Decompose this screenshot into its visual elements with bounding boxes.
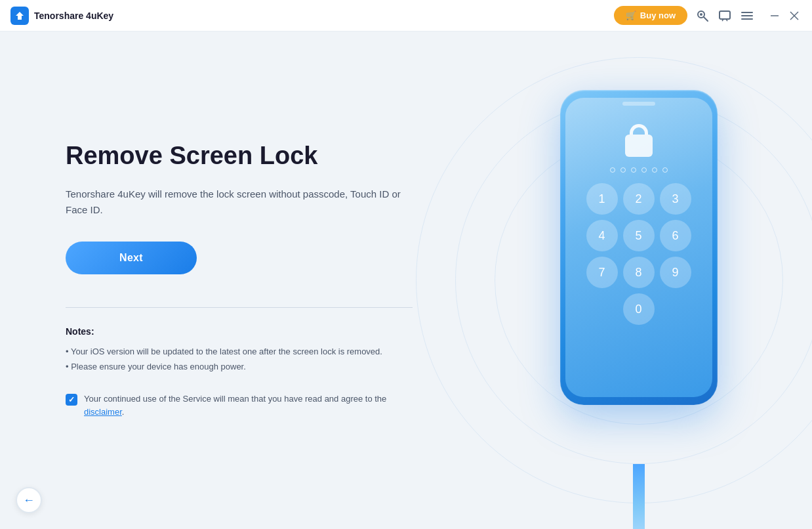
num-key-1[interactable]: 1 [586, 183, 618, 215]
main-content: Remove Screen Lock Tenorshare 4uKey will… [0, 32, 812, 529]
dot-1 [610, 167, 615, 173]
dot-2 [620, 167, 626, 173]
svg-point-2 [700, 13, 702, 16]
lock-illustration [625, 124, 653, 157]
dot-4 [641, 167, 647, 173]
divider [66, 307, 413, 308]
notes-section: Notes: • Your iOS version will be update… [66, 326, 413, 373]
num-key-8[interactable]: 8 [623, 257, 655, 288]
app-logo-icon [10, 7, 29, 25]
next-button[interactable]: Next [66, 242, 197, 274]
dot-5 [652, 167, 657, 173]
window-controls [767, 9, 802, 23]
dot-6 [662, 167, 668, 173]
numpad-row-3: 7 8 9 [586, 257, 691, 288]
num-key-3[interactable]: 3 [660, 183, 691, 215]
phone-cable [633, 464, 645, 529]
disclaimer-text: Your continued use of the Service will m… [84, 392, 413, 420]
disclaimer-checkbox[interactable]: ✓ [66, 394, 77, 406]
disclaimer-link[interactable]: disclaimer [84, 407, 122, 417]
close-button[interactable] [787, 9, 802, 23]
numpad: 1 2 3 4 5 6 7 8 9 [586, 183, 691, 325]
phone-illustration: 1 2 3 4 5 6 7 8 9 [534, 90, 744, 471]
disclaimer-section: ✓ Your continued use of the Service will… [66, 392, 413, 420]
phone-speaker [622, 102, 655, 106]
num-key-6[interactable]: 6 [660, 220, 691, 251]
num-key-0[interactable]: 0 [623, 293, 655, 325]
numpad-row-1: 1 2 3 [586, 183, 691, 215]
left-panel: Remove Screen Lock Tenorshare 4uKey will… [0, 32, 465, 529]
lock-body-icon [625, 135, 653, 157]
cart-icon: 🛒 [626, 11, 636, 20]
num-key-9[interactable]: 9 [660, 257, 691, 288]
key-icon[interactable] [695, 9, 710, 23]
svg-rect-3 [720, 11, 730, 19]
title-bar-left: Tenorshare 4uKey [10, 7, 113, 25]
back-button[interactable]: ← [16, 487, 42, 513]
notes-title: Notes: [66, 326, 413, 337]
checkmark-icon: ✓ [68, 395, 75, 404]
chat-icon[interactable] [718, 9, 732, 23]
title-bar: Tenorshare 4uKey 🛒 Buy now [0, 0, 812, 32]
right-panel: 1 2 3 4 5 6 7 8 9 [465, 32, 812, 529]
phone-body: 1 2 3 4 5 6 7 8 9 [560, 90, 718, 405]
back-arrow-icon: ← [23, 494, 35, 507]
minimize-button[interactable] [767, 9, 782, 23]
lock-shackle-icon [630, 124, 648, 135]
app-name-label: Tenorshare 4uKey [34, 11, 113, 21]
menu-icon[interactable] [740, 9, 754, 23]
passcode-dots [610, 167, 668, 173]
num-key-4[interactable]: 4 [586, 220, 618, 251]
numpad-row-4: 0 [586, 293, 691, 325]
numpad-row-2: 4 5 6 [586, 220, 691, 251]
page-description: Tenorshare 4uKey will remove the lock sc… [66, 186, 413, 218]
num-key-5[interactable]: 5 [623, 220, 655, 251]
phone-screen: 1 2 3 4 5 6 7 8 9 [565, 98, 712, 397]
note-item-1: • Your iOS version will be updated to th… [66, 345, 413, 359]
dot-3 [631, 167, 636, 173]
note-item-2: • Please ensure your device has enough p… [66, 360, 413, 374]
buy-now-button[interactable]: 🛒 Buy now [614, 6, 687, 25]
num-key-7[interactable]: 7 [586, 257, 618, 288]
num-key-2[interactable]: 2 [623, 183, 655, 215]
title-bar-right: 🛒 Buy now [614, 6, 802, 25]
page-title: Remove Screen Lock [66, 141, 413, 171]
